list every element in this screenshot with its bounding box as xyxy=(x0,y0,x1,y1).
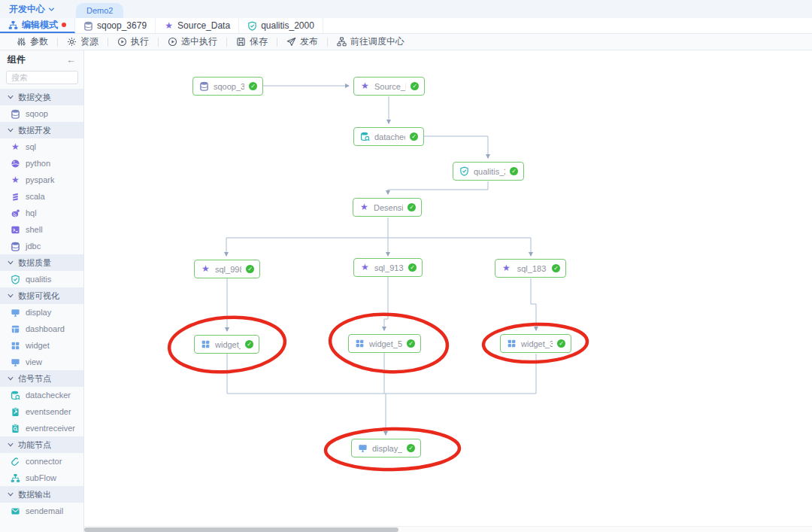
paper-plane-icon xyxy=(286,37,296,47)
success-status-icon: ✓ xyxy=(557,339,565,348)
component-subflow[interactable]: subFlow xyxy=(0,470,83,486)
database-search-icon xyxy=(360,132,370,141)
component-sidebar: 组件 ← 数据交换 sqoop 数据开发 ★ sql python ★ xyxy=(0,50,84,532)
success-status-icon: ✓ xyxy=(408,203,416,211)
workspace-switcher[interactable]: 开发中心 xyxy=(9,3,55,16)
component-pyspark[interactable]: ★ pyspark xyxy=(0,172,83,188)
flow-node-source-data[interactable]: ★ Source_Data ✓ xyxy=(353,77,425,96)
workspace-label: 开发中心 xyxy=(9,3,45,16)
component-eventreceiver[interactable]: eventreceiver xyxy=(0,420,83,436)
flow-node-widget-8097[interactable]: widget_8097 ✓ xyxy=(194,335,259,354)
tab-label: qualitis_2000 xyxy=(261,20,314,31)
monitor-icon xyxy=(358,443,368,453)
goto-scheduler-button[interactable]: 前往调度中心 xyxy=(328,34,414,50)
success-status-icon: ✓ xyxy=(407,444,415,452)
tab-edit-mode[interactable]: 编辑模式 xyxy=(0,18,75,33)
flow-tab-demo2[interactable]: Demo2 xyxy=(76,3,123,18)
component-sql[interactable]: ★ sql xyxy=(0,138,83,155)
group-signal-nodes[interactable]: 信号节点 xyxy=(0,370,83,387)
success-status-icon: ✓ xyxy=(552,264,560,272)
monitor-icon xyxy=(11,357,20,367)
chevron-down-icon xyxy=(8,491,14,497)
editor-tab-bar: 编辑模式 sqoop_3679 ★ Source_Data qualitis_2… xyxy=(0,18,812,34)
flow-node-sql-9986[interactable]: ★ sql_9986 ✓ xyxy=(194,260,260,278)
flow-icon xyxy=(8,20,18,30)
group-data-exchange[interactable]: 数据交换 xyxy=(0,89,83,105)
tab-source-data[interactable]: ★ Source_Data xyxy=(156,18,239,33)
tab-label: sqoop_3679 xyxy=(97,20,147,31)
flow-node-qualitis-2000[interactable]: qualitis_2000 ✓ xyxy=(453,162,524,181)
group-function-nodes[interactable]: 功能节点 xyxy=(0,436,83,453)
tab-label: 编辑模式 xyxy=(22,19,58,32)
run-selected-button[interactable]: 选中执行 xyxy=(159,34,226,50)
paperclip-icon xyxy=(11,457,20,467)
component-sqoop[interactable]: sqoop xyxy=(0,105,83,122)
component-jdbc[interactable]: jdbc xyxy=(0,238,83,254)
tab-qualitis-2000[interactable]: qualitis_2000 xyxy=(239,18,323,33)
publish-button[interactable]: 发布 xyxy=(277,34,327,50)
params-button[interactable]: 参数 xyxy=(8,34,57,50)
component-python[interactable]: python xyxy=(0,155,83,172)
chevron-down-icon xyxy=(8,260,14,266)
component-view[interactable]: view xyxy=(0,354,83,370)
collapse-sidebar-button[interactable]: ← xyxy=(66,54,76,65)
tab-label: Source_Data xyxy=(177,20,230,31)
component-search-input[interactable] xyxy=(6,71,78,84)
success-status-icon: ✓ xyxy=(410,132,418,141)
flow-node-desensitized[interactable]: ★ Desensitized... ✓ xyxy=(353,198,422,217)
chevron-down-icon xyxy=(8,442,14,448)
flow-node-display-9653[interactable]: display_9653 ✓ xyxy=(351,439,421,458)
node-label: sqoop_3679 xyxy=(214,82,244,91)
node-label: sql_183 xyxy=(516,264,547,273)
component-sendemail[interactable]: sendemail xyxy=(0,503,83,519)
component-connector[interactable]: connector xyxy=(0,453,83,470)
component-display[interactable]: display xyxy=(0,304,83,321)
gear-icon xyxy=(67,37,77,47)
tab-sqoop-3679[interactable]: sqoop_3679 xyxy=(75,18,156,33)
component-qualitis[interactable]: qualitis xyxy=(0,271,83,287)
flow-node-sqoop-3679[interactable]: sqoop_3679 ✓ xyxy=(192,77,263,96)
resources-button[interactable]: 资源 xyxy=(58,34,108,50)
node-label: datachecker... xyxy=(374,132,405,141)
scala-icon xyxy=(11,192,20,202)
component-datachecker[interactable]: datachecker xyxy=(0,387,83,403)
node-label: sql_9986 xyxy=(215,265,241,274)
database-icon xyxy=(199,81,209,91)
sidebar-title: 组件 xyxy=(8,53,26,66)
group-data-development[interactable]: 数据开发 xyxy=(0,122,83,138)
flow-edges xyxy=(84,50,812,526)
play-circle-icon xyxy=(117,37,127,47)
flow-canvas[interactable]: sqoop_3679 ✓ ★ Source_Data ✓ datachecker… xyxy=(84,50,812,532)
terminal-icon xyxy=(11,225,20,235)
flow-node-datachecker[interactable]: datachecker... ✓ xyxy=(353,127,424,146)
shield-check-icon xyxy=(459,166,469,176)
chevron-down-icon xyxy=(8,94,14,100)
save-button[interactable]: 保存 xyxy=(227,34,277,50)
group-data-quality[interactable]: 数据质量 xyxy=(0,254,83,271)
flow-tab-label: Demo2 xyxy=(86,6,113,15)
flow-node-widget-3197[interactable]: widget_3197 ✓ xyxy=(500,334,571,353)
star-icon: ★ xyxy=(164,21,174,31)
flow-node-sql-9131[interactable]: ★ sql_9131 ✓ xyxy=(353,258,423,277)
component-eventsender[interactable]: eventsender xyxy=(0,403,83,420)
group-data-output[interactable]: 数据输出 xyxy=(0,486,83,503)
run-button[interactable]: 执行 xyxy=(108,34,158,50)
star-icon: ★ xyxy=(360,263,370,272)
component-scala[interactable]: scala xyxy=(0,188,83,205)
component-dashboard[interactable]: dashboard xyxy=(0,321,83,337)
flow-node-sql-183[interactable]: ★ sql_183 ✓ xyxy=(495,259,566,278)
shield-check-icon xyxy=(11,275,20,284)
node-label: qualitis_2000 xyxy=(474,167,505,176)
monitor-icon xyxy=(11,308,20,318)
save-icon xyxy=(236,37,246,47)
top-navigation-bar: 开发中心 Demo2 xyxy=(0,0,812,18)
horizontal-scrollbar-thumb[interactable] xyxy=(84,527,398,532)
component-shell[interactable]: shell xyxy=(0,221,83,238)
bee-icon xyxy=(11,208,20,218)
component-hql[interactable]: hql xyxy=(0,205,83,221)
star-icon: ★ xyxy=(11,175,20,185)
chevron-down-icon xyxy=(48,6,55,13)
component-widget[interactable]: widget xyxy=(0,337,83,354)
group-data-visualization[interactable]: 数据可视化 xyxy=(0,287,83,304)
flow-node-widget-5045[interactable]: widget_5045 ✓ xyxy=(348,334,421,353)
